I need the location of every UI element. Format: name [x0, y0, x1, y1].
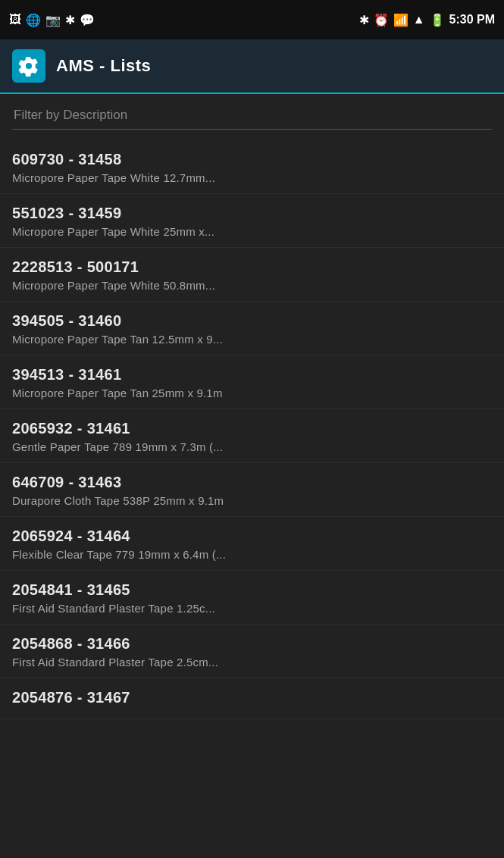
signal-icon: ▲	[413, 13, 425, 27]
app-icon	[12, 49, 45, 83]
filter-input[interactable]	[12, 105, 492, 130]
list-item[interactable]: 551023 - 31459Micropore Paper Tape White…	[0, 194, 504, 248]
item-code: 646709 - 31463	[12, 474, 492, 491]
item-description: Micropore Paper Tape White 25mm x...	[12, 225, 492, 238]
filter-bar	[0, 94, 504, 140]
globe-icon: 🌐	[26, 13, 41, 27]
status-bar-left-icons: 🖼 🌐 📷 ✱ 💬	[9, 13, 95, 27]
item-code: 2065932 - 31461	[12, 420, 492, 437]
list-item[interactable]: 394513 - 31461Micropore Paper Tape Tan 2…	[0, 355, 504, 409]
battery-icon: 🔋	[430, 13, 445, 27]
list-item[interactable]: 394505 - 31460Micropore Paper Tape Tan 1…	[0, 302, 504, 355]
item-list[interactable]: 609730 - 31458Micropore Paper Tape White…	[0, 140, 504, 858]
item-code: 2065924 - 31464	[12, 528, 492, 545]
item-code: 2054868 - 31466	[12, 635, 492, 653]
item-code: 609730 - 31458	[12, 151, 492, 168]
list-item[interactable]: 2054868 - 31466First Aid Standard Plaste…	[0, 625, 504, 678]
item-description: Micropore Paper Tape Tan 12.5mm x 9...	[12, 333, 492, 346]
camera-icon: 📷	[45, 13, 61, 27]
item-code: 394505 - 31460	[12, 312, 492, 330]
image-icon: 🖼	[9, 13, 21, 27]
item-description: Flexible Clear Tape 779 19mm x 6.4m (...	[12, 548, 492, 561]
item-description: Micropore Paper Tape White 50.8mm...	[12, 279, 492, 292]
bluetooth-icon: ✱	[65, 13, 75, 27]
list-item[interactable]: 646709 - 31463Durapore Cloth Tape 538P 2…	[0, 463, 504, 517]
item-description: First Aid Standard Plaster Tape 1.25c...	[12, 602, 492, 615]
item-description: Micropore Paper Tape Tan 25mm x 9.1m	[12, 387, 492, 399]
item-description: Gentle Paper Tape 789 19mm x 7.3m (...	[12, 440, 492, 453]
item-code: 394513 - 31461	[12, 366, 492, 384]
item-description: Micropore Paper Tape White 12.7mm...	[12, 171, 492, 184]
item-code: 2054841 - 31465	[12, 581, 492, 599]
item-description: Durapore Cloth Tape 538P 25mm x 9.1m	[12, 494, 492, 507]
list-item[interactable]: 2065924 - 31464Flexible Clear Tape 779 1…	[0, 517, 504, 571]
message-icon: 💬	[80, 13, 95, 27]
status-bar-right-icons: ✱ ⏰ 📶 ▲ 🔋 5:30 PM	[359, 13, 495, 27]
item-code: 2228513 - 500171	[12, 258, 492, 276]
item-description: First Aid Standard Plaster Tape 2.5cm...	[12, 656, 492, 669]
app-title: AMS - Lists	[56, 56, 151, 76]
alarm-icon: ⏰	[374, 13, 389, 27]
title-bar: AMS - Lists	[0, 39, 504, 94]
gear-icon	[18, 55, 39, 77]
item-code: 2054876 - 31467	[12, 689, 492, 706]
status-bar: 🖼 🌐 📷 ✱ 💬 ✱ ⏰ 📶 ▲ 🔋 5:30 PM	[0, 0, 504, 39]
wifi-icon: 📶	[393, 13, 409, 27]
list-item[interactable]: 2054841 - 31465First Aid Standard Plaste…	[0, 571, 504, 625]
list-item[interactable]: 2054876 - 31467	[0, 678, 504, 719]
item-code: 551023 - 31459	[12, 205, 492, 222]
bluetooth-right-icon: ✱	[359, 13, 369, 27]
list-item[interactable]: 609730 - 31458Micropore Paper Tape White…	[0, 140, 504, 194]
status-time: 5:30 PM	[449, 13, 495, 27]
list-item[interactable]: 2228513 - 500171Micropore Paper Tape Whi…	[0, 248, 504, 302]
list-item[interactable]: 2065932 - 31461Gentle Paper Tape 789 19m…	[0, 409, 504, 463]
